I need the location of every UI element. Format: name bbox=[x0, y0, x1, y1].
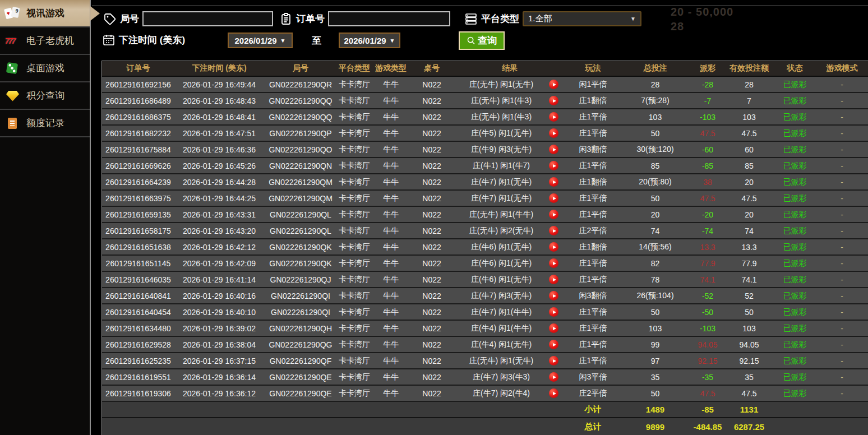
game-type-cell: 牛牛 bbox=[372, 340, 410, 350]
bet-type-cell: 庄1翻倍 bbox=[566, 242, 620, 252]
status-cell: 已派彩 bbox=[773, 323, 816, 334]
table-row: 2601291616516382026-01-29 16:42:12GN0222… bbox=[102, 239, 868, 256]
status-cell: 已派彩 bbox=[773, 388, 816, 399]
play-video-icon[interactable] bbox=[549, 291, 558, 300]
background-ghost-limit-text: 20 - 50,000 bbox=[671, 6, 733, 18]
platform-cell: 卡卡湾厅 bbox=[337, 372, 372, 382]
sidebar-item-label: 电子老虎机 bbox=[26, 34, 74, 47]
result-text: 庄(牛6) 闲1(无牛) bbox=[454, 242, 549, 252]
game-mode-cell: - bbox=[816, 259, 867, 268]
total-bet-cell: 82 bbox=[620, 259, 690, 268]
subtotal-total-bet: 1489 bbox=[620, 405, 690, 414]
table-header-row: 订单号下注时间 (美东)局号平台类型游戏类型桌号结果玩法总投注派彩有效投注额状态… bbox=[102, 61, 868, 77]
table-row: 2601291616195512026-01-29 16:36:14GN0222… bbox=[102, 369, 868, 386]
round-number-cell: GN022261290QR bbox=[264, 80, 337, 89]
result-cell: 庄(无牛) 闲1(无牛) bbox=[454, 80, 566, 90]
play-video-icon[interactable] bbox=[549, 307, 558, 317]
bet-type-cell: 庄1翻倍 bbox=[566, 177, 620, 187]
play-video-icon[interactable] bbox=[549, 112, 558, 122]
play-video-icon[interactable] bbox=[549, 96, 558, 105]
table-row: 2601291616581752026-01-29 16:43:20GN0222… bbox=[102, 223, 868, 239]
platform-type-select[interactable]: 1.全部 ▼ bbox=[523, 11, 641, 26]
bet-time-cell: 2026-01-29 16:40:10 bbox=[174, 308, 264, 317]
bet-time-cell: 2026-01-29 16:44:28 bbox=[174, 178, 264, 187]
play-video-icon[interactable] bbox=[549, 177, 558, 187]
bet-type-cell: 庄1平倍 bbox=[566, 275, 620, 285]
column-header: 派彩 bbox=[690, 63, 725, 73]
order-number-cell: 260129161682232 bbox=[102, 129, 174, 138]
valid-bet-cell: 60 bbox=[725, 145, 773, 154]
play-video-icon[interactable] bbox=[549, 193, 558, 203]
result-text: 庄(牛7) 闲3(牛3) bbox=[454, 372, 549, 382]
valid-bet-cell: 92.15 bbox=[725, 357, 773, 365]
platform-type-selected-value: 1.全部 bbox=[528, 13, 552, 24]
play-video-icon[interactable] bbox=[549, 145, 558, 154]
round-number-input[interactable] bbox=[142, 11, 273, 26]
game-type-cell: 牛牛 bbox=[372, 177, 410, 187]
total-bet-cell: 97 bbox=[620, 357, 690, 365]
bet-time-filter: 下注时间 (美东) bbox=[102, 33, 185, 47]
search-button[interactable]: 查询 bbox=[459, 31, 505, 50]
result-text: 庄(牛5) 闲1(无牛) bbox=[454, 128, 549, 138]
game-type-cell: 牛牛 bbox=[372, 96, 410, 106]
payout-cell: 92.15 bbox=[690, 357, 725, 365]
sidebar-item-slots[interactable]: 电子老虎机 bbox=[0, 27, 90, 55]
order-number-input[interactable] bbox=[328, 11, 450, 26]
round-number-cell: GN022261290QK bbox=[264, 243, 337, 252]
date-from-value: 2026/01/29 bbox=[235, 36, 277, 45]
total-bet-cell: 103 bbox=[620, 324, 690, 333]
bet-type-cell: 庄1平倍 bbox=[566, 193, 620, 203]
grand-total-total-bet: 9899 bbox=[620, 422, 690, 432]
bet-time-cell: 2026-01-29 16:43:20 bbox=[174, 226, 264, 235]
date-to-picker[interactable]: 2026/01/29 ▼ bbox=[339, 33, 400, 48]
result-text: 庄(牛7) 闲2(牛4) bbox=[454, 388, 549, 399]
play-video-icon[interactable] bbox=[549, 340, 558, 349]
payout-cell: -74 bbox=[690, 226, 725, 235]
top-divider-line bbox=[92, 5, 868, 6]
bet-time-cell: 2026-01-29 16:42:09 bbox=[174, 259, 264, 268]
order-number-cell: 260129161663975 bbox=[102, 194, 174, 203]
order-number-cell: 260129161646035 bbox=[102, 275, 174, 284]
status-cell: 已派彩 bbox=[773, 177, 816, 187]
total-bet-cell: 103 bbox=[620, 113, 690, 122]
result-text: 庄(牛1) 闲1(牛7) bbox=[454, 161, 549, 171]
round-number-filter: 局号 bbox=[103, 11, 273, 26]
result-text: 庄(牛7) 闲1(无牛) bbox=[454, 193, 549, 203]
play-video-icon[interactable] bbox=[549, 275, 558, 284]
play-video-icon[interactable] bbox=[549, 242, 558, 252]
status-cell: 已派彩 bbox=[773, 161, 816, 171]
result-text: 庄(牛9) 闲3(无牛) bbox=[454, 145, 549, 155]
sidebar-item-video-games[interactable]: 视讯游戏 bbox=[0, 0, 90, 27]
round-number-cell: GN022261290QL bbox=[264, 226, 337, 235]
sidebar-item-table-games[interactable]: 桌面游戏 bbox=[0, 55, 90, 82]
table-number-cell: N022 bbox=[410, 308, 454, 317]
valid-bet-cell: 50 bbox=[725, 308, 773, 317]
bet-type-cell: 闲1平倍 bbox=[566, 80, 620, 90]
play-video-icon[interactable] bbox=[549, 323, 558, 333]
game-type-cell: 牛牛 bbox=[372, 112, 410, 122]
play-video-icon[interactable] bbox=[549, 161, 558, 170]
game-mode-cell: - bbox=[816, 80, 867, 89]
payout-cell: -85 bbox=[690, 161, 725, 170]
bet-type-cell: 庄1翻倍 bbox=[566, 96, 620, 106]
grand-total-payout: -484.85 bbox=[690, 422, 725, 432]
play-video-icon[interactable] bbox=[549, 128, 558, 138]
play-video-icon[interactable] bbox=[549, 356, 558, 365]
total-bet-cell: 26(预:104) bbox=[620, 291, 690, 301]
result-text: 庄(牛7) 闲1(无牛) bbox=[454, 177, 549, 187]
column-header: 局号 bbox=[264, 63, 337, 73]
platform-cell: 卡卡湾厅 bbox=[337, 242, 372, 252]
result-text: 庄(牛6) 闲1(无牛) bbox=[454, 258, 549, 269]
play-video-icon[interactable] bbox=[549, 388, 558, 398]
sidebar-item-points-query[interactable]: 积分查询 bbox=[0, 82, 90, 110]
valid-bet-cell: 52 bbox=[725, 291, 773, 300]
play-video-icon[interactable] bbox=[549, 372, 558, 382]
status-cell: 已派彩 bbox=[773, 291, 816, 301]
play-video-icon[interactable] bbox=[549, 210, 558, 219]
date-from-picker[interactable]: 2026/01/29 ▼ bbox=[228, 33, 293, 48]
sidebar-item-quota-records[interactable]: 额度记录 bbox=[0, 110, 90, 137]
play-video-icon[interactable] bbox=[549, 258, 558, 268]
play-video-icon[interactable] bbox=[549, 226, 558, 235]
bet-time-cell: 2026-01-29 16:39:02 bbox=[174, 324, 264, 333]
play-video-icon[interactable] bbox=[549, 80, 558, 89]
